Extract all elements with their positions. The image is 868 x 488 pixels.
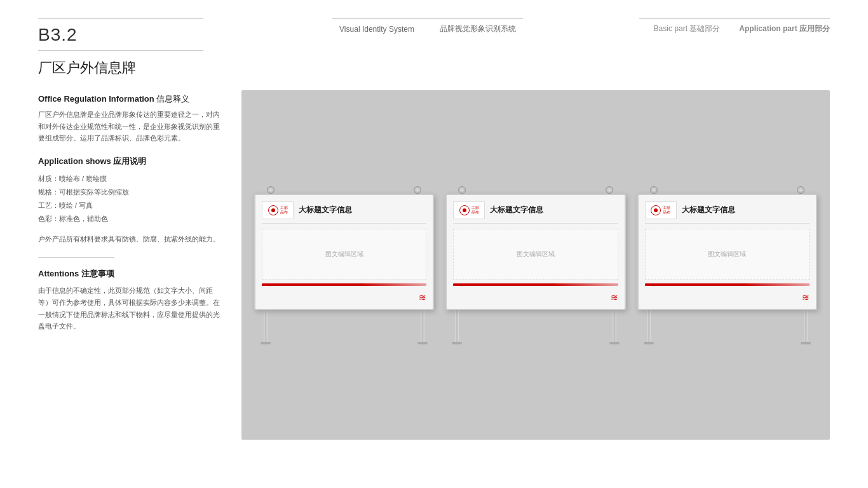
billboard-title-2: 大标题文字信息 — [490, 205, 618, 215]
billboard-footer-1: ≋ — [262, 290, 426, 302]
header-center-line — [332, 18, 523, 18]
pole-top-right-2 — [606, 186, 613, 194]
main-content: Office Regulation Information 信息释义 厂区户外信… — [0, 78, 868, 483]
pole-shaft-right-3 — [804, 310, 808, 342]
header-right-line — [639, 18, 830, 18]
billboard-unit-3: 工部品布 大标题文字信息 图文编辑区域 ≋ — [637, 186, 817, 344]
pole-top-right-3 — [797, 186, 804, 194]
app-list: 材质：喷绘布 / 喷绘膜 规格：可根据实际等比例缩放 工艺：喷绘 / 写真 色彩… — [38, 172, 222, 226]
pole-left-2 — [452, 310, 462, 344]
billboard-header-1: 工部品布 大标题文字信息 — [262, 201, 426, 224]
billboard-title-3: 大标题文字信息 — [682, 205, 810, 215]
brand-logo-3: 工部品布 — [645, 201, 677, 219]
header-top-line — [38, 18, 203, 18]
pole-shaft-right-2 — [613, 310, 616, 342]
section3-desc: 由于信息的不确定性，此页部分规范（如文字大小、间距等）可作为参考使用，具体可根据… — [38, 285, 222, 332]
content-placeholder-1: 图文编辑区域 — [325, 250, 363, 259]
section2-title: Application shows 应用说明 — [38, 156, 222, 167]
billboard-content-1: 图文编辑区域 — [262, 229, 426, 280]
pole-right-1 — [417, 310, 428, 344]
billboard-content-2: 图文编辑区域 — [453, 229, 618, 280]
header-left: B3.2 — [38, 18, 229, 45]
billboard-poles-top-2 — [445, 186, 625, 194]
app-item-size: 规格：可根据实际等比例缩放 — [38, 186, 222, 199]
section3-title: Attentions 注意事项 — [38, 268, 222, 280]
brand-logo-2: 工部品布 — [453, 201, 485, 219]
footer-deco-1: ≋ — [419, 292, 426, 302]
logo-text-3: 工部品布 — [663, 206, 670, 214]
billboard-unit-2: 工部品布 大标题文字信息 图文编辑区域 ≋ — [445, 186, 625, 344]
billboard-unit-1: 工部品布 大标题文字信息 图文编辑区域 ≋ — [254, 186, 434, 344]
section1-title: Office Regulation Information 信息释义 — [38, 93, 222, 105]
page-code: B3.2 — [38, 25, 229, 45]
logo-circle-inner-3 — [654, 208, 658, 212]
logo-circle-2 — [459, 205, 470, 215]
app-extra: 户外产品所有材料要求具有防锈、防腐、抗紫外线的能力。 — [38, 233, 222, 245]
logo-text-1: 工部品布 — [280, 206, 288, 214]
brand-identity-en: Visual Identity System — [339, 25, 414, 34]
basic-part-label: Basic part 基础部分 — [654, 24, 721, 34]
billboard-container: 工部品布 大标题文字信息 图文编辑区域 ≋ — [254, 186, 817, 344]
brand-identity-zh: 品牌视觉形象识别系统 — [440, 24, 516, 34]
logo-container-2: 工部品布 — [459, 205, 479, 215]
pole-right-2 — [609, 310, 620, 344]
nav-labels: Basic part 基础部分 Application part 应用部分 — [654, 24, 830, 34]
pole-left-3 — [644, 310, 654, 344]
footer-deco-2: ≋ — [611, 292, 618, 302]
billboard-header-3: 工部品布 大标题文字信息 — [645, 201, 810, 224]
section-application: Application shows 应用说明 材质：喷绘布 / 喷绘膜 规格：可… — [38, 156, 222, 245]
billboard-title-1: 大标题文字信息 — [299, 205, 426, 215]
pole-shaft-right-1 — [421, 310, 424, 342]
pole-shaft-left-1 — [264, 310, 268, 342]
subtitle-line — [38, 50, 203, 51]
pole-top-right-1 — [414, 186, 421, 194]
app-item-material: 材质：喷绘布 / 喷绘膜 — [38, 172, 222, 186]
section-attention: Attentions 注意事项 由于信息的不确定性，此页部分规范（如文字大小、间… — [38, 268, 222, 332]
pole-base-right-3 — [801, 342, 811, 344]
billboard-frame-1: 工部品布 大标题文字信息 图文编辑区域 ≋ — [254, 194, 434, 310]
pole-shaft-left-2 — [455, 310, 459, 342]
logo-circle-inner-1 — [271, 208, 275, 212]
billboard-bottom-bar-1 — [262, 283, 426, 286]
pole-base-left-2 — [452, 342, 462, 344]
poles-bottom-2 — [452, 310, 619, 344]
section-info: Office Regulation Information 信息释义 厂区户外信… — [38, 93, 222, 144]
pole-top-left-1 — [267, 186, 275, 194]
logo-container-1: 工部品布 — [268, 205, 288, 215]
billboard-frame-3: 工部品布 大标题文字信息 图文编辑区域 ≋ — [637, 194, 817, 310]
brand-labels: Visual Identity System 品牌视觉形象识别系统 — [339, 24, 516, 34]
app-item-color: 色彩：标准色，辅助色 — [38, 212, 222, 226]
pole-base-right-1 — [417, 342, 428, 344]
billboard-display-area: 工部品布 大标题文字信息 图文编辑区域 ≋ — [241, 90, 830, 440]
logo-container-3: 工部品布 — [651, 205, 670, 215]
pole-left-1 — [261, 310, 271, 344]
section-divider — [38, 257, 114, 258]
pole-base-left-1 — [261, 342, 271, 344]
content-placeholder-3: 图文编辑区域 — [708, 250, 746, 259]
page-subtitle-section: 厂区户外信息牌 — [0, 50, 868, 78]
pole-top-left-3 — [650, 186, 658, 194]
billboard-bottom-bar-2 — [453, 283, 618, 286]
billboard-content-3: 图文编辑区域 — [645, 229, 810, 280]
logo-circle-1 — [268, 205, 278, 215]
pole-base-right-2 — [609, 342, 620, 344]
billboard-footer-3: ≋ — [645, 290, 810, 302]
billboard-poles-top-3 — [637, 186, 817, 194]
poles-bottom-3 — [644, 310, 811, 344]
pole-right-3 — [801, 310, 811, 344]
pole-shaft-left-3 — [647, 310, 651, 342]
header-center: Visual Identity System 品牌视觉形象识别系统 — [229, 18, 627, 34]
logo-circle-inner-2 — [463, 208, 466, 212]
left-panel: Office Regulation Information 信息释义 厂区户外信… — [38, 90, 222, 483]
app-item-craft: 工艺：喷绘 / 写真 — [38, 199, 222, 212]
pole-top-left-2 — [458, 186, 466, 194]
billboard-poles-top-1 — [254, 186, 434, 194]
billboard-bottom-bar-3 — [645, 283, 810, 286]
content-placeholder-2: 图文编辑区域 — [517, 250, 555, 259]
application-part-label: Application part 应用部分 — [739, 24, 830, 34]
page-header: B3.2 Visual Identity System 品牌视觉形象识别系统 B… — [0, 0, 868, 45]
section1-desc: 厂区户外信息牌是企业品牌形象传达的重要途径之一，对内和对外传达企业规范性和统一性… — [38, 109, 222, 144]
billboard-frame-2: 工部品布 大标题文字信息 图文编辑区域 ≋ — [445, 194, 625, 310]
page-title: 厂区户外信息牌 — [38, 58, 830, 78]
poles-bottom-1 — [261, 310, 428, 344]
